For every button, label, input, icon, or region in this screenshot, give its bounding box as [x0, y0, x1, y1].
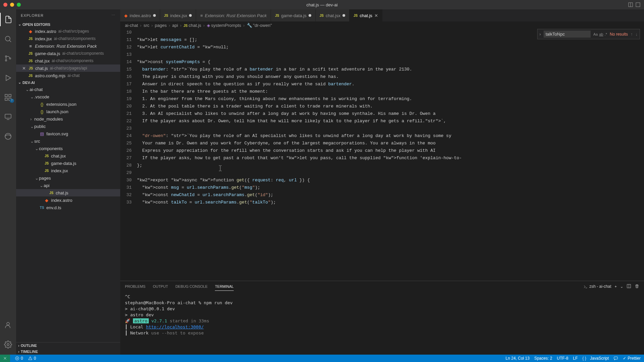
edge-tools-icon[interactable] — [0, 130, 16, 143]
folder-item[interactable]: ⌄public — [16, 123, 120, 130]
file-item[interactable]: JSindex.jsx — [16, 167, 120, 174]
chevron-right-icon: › — [18, 344, 19, 348]
editor-tab[interactable]: JSchat.jsx — [316, 9, 350, 21]
remote-indicator[interactable] — [0, 355, 10, 362]
project-section[interactable]: ⌄ DEV-AI — [16, 79, 120, 86]
file-item[interactable]: TSenv.d.ts — [16, 204, 120, 211]
find-prev-icon[interactable]: ↑ — [631, 32, 633, 37]
status-warnings[interactable]: 0 — [28, 356, 36, 361]
folder-item[interactable]: ⌄api — [16, 182, 120, 189]
file-item[interactable]: {}launch.json — [16, 108, 120, 115]
open-editor-item[interactable]: JSchat.jsxai-chat/src/components — [16, 57, 120, 64]
run-debug-icon[interactable] — [0, 71, 16, 85]
open-editor-item[interactable]: ≡Extension: Rust Extension Pack — [16, 42, 120, 50]
open-editor-item[interactable]: JSindex.jsxai-chat/src/components — [16, 35, 120, 42]
status-cursor-pos[interactable]: Ln 24, Col 13 — [506, 356, 530, 361]
file-item[interactable]: JSchat.jsx — [16, 152, 120, 160]
editor-tab[interactable]: JSchat.js✕ — [350, 9, 382, 21]
open-editors-section[interactable]: ⌄ OPEN EDITORS — [16, 21, 120, 28]
kill-terminal-icon[interactable] — [635, 284, 639, 289]
folder-item[interactable]: ⌄pages — [16, 174, 120, 182]
file-item[interactable]: {}extensions.json — [16, 100, 120, 108]
split-terminal-icon[interactable] — [627, 284, 631, 289]
folder-item[interactable]: ›node_modules — [16, 115, 120, 123]
tab-problems[interactable]: PROBLEMS — [125, 282, 145, 290]
code-content[interactable]: "kw">let messages = [];"kw">let currentC… — [137, 29, 644, 281]
accounts-icon[interactable] — [0, 318, 16, 332]
editor-tab[interactable]: ◆index.astro — [120, 9, 160, 21]
status-feedback-icon[interactable] — [613, 356, 618, 361]
explorer-view-icon[interactable] — [0, 13, 16, 26]
tab-terminal[interactable]: TERMINAL — [215, 282, 234, 291]
svg-rect-25 — [614, 357, 618, 359]
editor-tab[interactable]: JSgame-data.js — [271, 9, 315, 21]
file-item[interactable]: ◆index.astro — [16, 196, 120, 204]
status-prettier[interactable]: ✓ Prettier — [623, 356, 641, 361]
find-result: No results — [610, 32, 628, 37]
folder-item[interactable]: ⌄src — [16, 137, 120, 145]
terminal-shell-label[interactable]: zsh - ai-chat — [583, 284, 611, 289]
folder-item[interactable]: ⌄ai-chat — [16, 86, 120, 93]
source-control-icon[interactable] — [0, 52, 16, 65]
close-window-button[interactable] — [3, 3, 7, 7]
close-icon[interactable]: ✕ — [374, 13, 378, 18]
status-errors[interactable]: 0 — [15, 356, 23, 361]
find-next-icon[interactable]: ↓ — [636, 32, 638, 37]
chevron-down-icon: ⌄ — [30, 139, 34, 144]
maximize-window-button[interactable] — [17, 3, 21, 7]
folder-item[interactable]: ⌄components — [16, 145, 120, 152]
editor-body[interactable]: › Aa ab .* No results ↑ ↓ 10111213141516… — [120, 29, 644, 281]
file-item[interactable]: JSgame-data.js — [16, 160, 120, 167]
status-language[interactable]: { } JavaScript — [583, 356, 609, 361]
folder-item[interactable]: ⌄.vscode — [16, 93, 120, 100]
localhost-link[interactable]: http://localhost:3000/ — [146, 324, 204, 329]
match-case-icon[interactable]: Aa — [593, 32, 598, 36]
breadcrumb-item[interactable]: JSchat.js — [184, 23, 201, 28]
close-icon[interactable]: ✕ — [22, 66, 26, 71]
layout-toggle-icon[interactable] — [635, 2, 641, 7]
breadcrumb-item[interactable]: ◈systemPrompts — [207, 23, 241, 28]
terminal-content[interactable]: ^C stephan@MacBook-Pro ai-chat % npm run… — [120, 292, 644, 355]
chevron-right-icon: › — [243, 23, 244, 28]
outline-section[interactable]: › OUTLINE — [16, 342, 120, 349]
open-editor-item[interactable]: JSastro.config.mjsai-chat — [16, 72, 120, 79]
explorer-more-icon[interactable]: ⋯ — [111, 13, 116, 17]
find-expand-icon[interactable]: › — [540, 32, 541, 37]
terminal-dropdown-icon[interactable]: ⌄ — [620, 284, 623, 289]
window-title: chat.js — dev-ai — [306, 2, 337, 7]
status-encoding[interactable]: UTF-8 — [557, 356, 568, 361]
minimize-window-button[interactable] — [10, 3, 14, 7]
timeline-section[interactable]: › TIMELINE — [16, 349, 120, 355]
svg-line-4 — [9, 40, 11, 42]
search-view-icon[interactable] — [0, 32, 16, 46]
extensions-icon[interactable]: 7 — [0, 91, 16, 104]
remote-explorer-icon[interactable] — [0, 110, 16, 124]
file-item[interactable]: JSchat.js — [16, 189, 120, 196]
layout-panel-icon[interactable] — [628, 2, 633, 7]
editor-tab[interactable]: JSindex.jsx — [160, 9, 196, 21]
explorer-title: EXPLORER — [21, 13, 44, 17]
open-editor-item[interactable]: ✕JSchat.jsai-chat/src/pages/api — [16, 64, 120, 72]
breadcrumb-item[interactable]: src — [143, 23, 149, 28]
open-editor-item[interactable]: ◆index.astroai-chat/src/pages — [16, 28, 120, 35]
breadcrumb-item[interactable]: api — [172, 23, 178, 28]
tab-debug-console[interactable]: DEBUG CONSOLE — [175, 282, 208, 290]
file-item[interactable]: ▧favicon.svg — [16, 130, 120, 137]
breadcrumb-item[interactable]: 🔧"dr-owen" — [247, 23, 272, 28]
new-terminal-icon[interactable]: + — [615, 284, 617, 288]
breadcrumbs[interactable]: ai-chat›src›pages›api›JSchat.js›◈systemP… — [120, 21, 644, 29]
settings-gear-icon[interactable] — [0, 338, 16, 351]
status-indent[interactable]: Spaces: 2 — [534, 356, 552, 361]
editor-tab[interactable]: ≡Extension: Rust Extension Pack — [196, 9, 271, 21]
find-input[interactable] — [544, 31, 591, 38]
status-eol[interactable]: LF — [573, 356, 578, 361]
breadcrumb-item[interactable]: pages — [155, 23, 167, 28]
regex-icon[interactable]: .* — [605, 32, 607, 36]
tab-output[interactable]: OUTPUT — [153, 282, 168, 290]
svg-point-17 — [7, 344, 9, 346]
sidebar: EXPLORER ⋯ ⌄ OPEN EDITORS ◆index.astroai… — [16, 9, 120, 355]
chevron-down-icon: ⌄ — [35, 146, 39, 151]
breadcrumb-item[interactable]: ai-chat — [125, 23, 138, 28]
match-word-icon[interactable]: ab — [599, 32, 603, 36]
open-editor-item[interactable]: JSgame-data.jsai-chat/src/components — [16, 50, 120, 57]
